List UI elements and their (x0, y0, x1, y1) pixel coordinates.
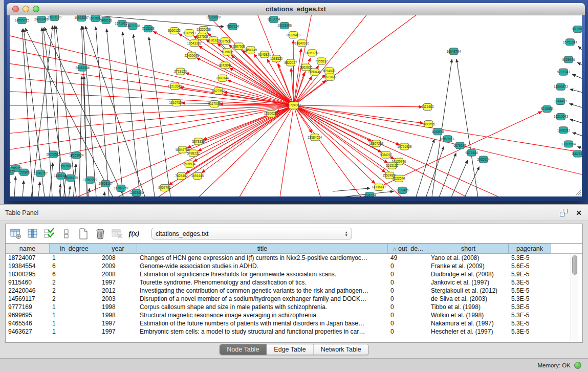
graph-node[interactable]: 20891406 (34, 16, 49, 23)
graph-node[interactable]: 6794028 (323, 68, 336, 74)
graph-node[interactable]: 9699695 (422, 121, 435, 127)
graph-node[interactable]: 2803144 (216, 75, 229, 81)
graph-node[interactable]: 2935114 (477, 156, 490, 163)
close-window-button[interactable] (12, 6, 19, 12)
minimize-window-button[interactable] (23, 6, 29, 12)
graph-node[interactable]: 7515528 (142, 26, 155, 32)
network-viewport[interactable]: 1405572520891406138211701065328715276026… (10, 15, 582, 196)
graph-node[interactable]: 8990448 (309, 69, 321, 75)
table-row[interactable]: 911546021997Tourette syndrome. Phenomeno… (6, 278, 582, 287)
zoom-window-button[interactable] (33, 6, 39, 12)
float-panel-icon[interactable] (560, 209, 568, 217)
graph-node[interactable]: 8813054 (268, 16, 280, 23)
graph-node[interactable]: 8186328 (207, 37, 220, 43)
column-header-in_degree[interactable]: in_degree (50, 244, 99, 254)
graph-node[interactable]: 15584554 (308, 134, 322, 141)
graph-node[interactable]: 12923446 (129, 189, 144, 196)
table-row[interactable]: 977716911998Corpus callosum shape and si… (6, 303, 582, 311)
table-row[interactable]: 1456911722003Disruption of a novel membe… (6, 295, 582, 303)
graph-node[interactable]: 1733426 (396, 187, 409, 193)
graph-node[interactable]: 17359924 (69, 152, 84, 159)
graph-node[interactable]: 7857224 (227, 24, 239, 30)
graph-node[interactable]: 20206576 (46, 151, 61, 158)
graph-node[interactable]: 6679197 (453, 142, 466, 149)
graph-node[interactable]: 13821170 (47, 15, 61, 21)
column-header-pagerank[interactable]: pagerank (509, 244, 551, 254)
graph-node[interactable]: 18640910 (295, 40, 310, 47)
graph-node[interactable]: 7955812 (315, 58, 328, 64)
graph-node[interactable]: 16782759 (114, 185, 128, 191)
graph-node[interactable]: 17957222 (83, 177, 98, 183)
graph-node[interactable]: 8427552 (212, 87, 225, 94)
network-window-titlebar[interactable]: citations_edges.txt (7, 3, 585, 15)
graph-node[interactable]: 16648794 (447, 48, 462, 55)
graph-node[interactable]: 9457791 (158, 184, 171, 191)
graph-node[interactable]: 9242848 (219, 62, 231, 69)
graph-node[interactable]: 14136141 (372, 184, 386, 190)
graph-node[interactable]: 14055725 (15, 17, 30, 24)
graph-node[interactable]: 1640935 (431, 128, 444, 135)
graph-node[interactable]: 10958167 (98, 180, 113, 187)
graph-node[interactable]: 16210643 (554, 114, 569, 120)
tab-edge-table[interactable]: Edge Table (266, 344, 313, 355)
graph-node[interactable]: 9474444 (465, 149, 478, 156)
graph-node[interactable]: 8454749 (245, 47, 257, 53)
graph-node[interactable]: 1167533 (572, 150, 582, 157)
row-selection-icon[interactable] (44, 228, 55, 239)
graph-node[interactable]: 14671388 (125, 23, 140, 30)
graph-node[interactable]: 9327508 (219, 38, 231, 45)
graph-node[interactable]: 1588520 (270, 55, 283, 62)
tab-network-table[interactable]: Network Table (313, 344, 368, 355)
column-header-title[interactable]: title (137, 244, 388, 254)
memory-status-icon[interactable] (574, 362, 581, 369)
graph-node[interactable]: 1244419 (554, 98, 567, 104)
graph-node[interactable]: 1691445 (191, 172, 204, 179)
graph-node[interactable]: 17016504 (561, 141, 576, 147)
table-row[interactable]: 1872400712008Changes of HCN gene express… (6, 254, 582, 262)
table-select-dropdown[interactable]: citations_edges.txt (151, 228, 352, 239)
graph-node[interactable]: 19756928 (397, 143, 412, 150)
graph-node[interactable]: 8912953 (183, 30, 195, 36)
graph-node[interactable]: 8822037 (285, 59, 297, 66)
graph-node[interactable]: 1609934 (183, 161, 195, 167)
graph-node[interactable]: 9175685 (221, 49, 233, 55)
graph-node[interactable]: 20053346 (75, 64, 90, 71)
graph-node[interactable]: 12942757 (33, 170, 48, 177)
graph-node[interactable]: 2522544 (393, 175, 405, 182)
graph-node[interactable]: 2718120 (174, 68, 187, 75)
table-row[interactable]: 946554611997Estimation of the future num… (6, 319, 582, 327)
table-row[interactable]: 1830029562008Estimation of significance … (6, 270, 582, 278)
graph-node[interactable]: 19218986 (277, 23, 292, 29)
scrollbar-thumb[interactable] (572, 255, 577, 275)
resize-grip-icon[interactable] (574, 189, 581, 196)
graph-node[interactable]: 13505135 (63, 174, 78, 181)
graph-node[interactable]: 8953923 (441, 136, 454, 142)
table-mode-icon[interactable] (10, 228, 21, 239)
graph-node[interactable]: 939159 (10, 168, 15, 174)
function-builder-icon[interactable]: f(x) (128, 228, 140, 239)
graph-node[interactable]: 13226058 (197, 27, 211, 33)
graph-node[interactable]: 8215953 (541, 105, 554, 112)
graph-node[interactable]: 16961758 (305, 50, 320, 56)
graph-node[interactable]: 12093872 (554, 83, 569, 90)
graph-node[interactable]: 1621022 (324, 74, 337, 80)
graph-node[interactable]: 1156869 (18, 169, 31, 176)
table-vertical-scrollbar[interactable] (571, 254, 578, 341)
delete-trash-icon[interactable] (95, 228, 106, 239)
graph-node[interactable]: 1112506 (572, 26, 582, 33)
graph-node[interactable]: 16033809 (206, 15, 221, 21)
graph-node[interactable]: 9146821 (258, 51, 271, 58)
graph-node[interactable]: 18325419 (286, 32, 301, 38)
graph-node[interactable]: 10653287 (74, 15, 89, 21)
table-row[interactable]: 969969511998Structural magnetic resonanc… (6, 311, 582, 319)
network-canvas[interactable]: 1405572520891406138211701065328715276026… (10, 15, 582, 196)
left-panel-gutter[interactable] (0, 0, 4, 204)
graph-node[interactable]: 9115460 (421, 103, 434, 110)
tab-node-table[interactable]: Node Table (220, 344, 266, 355)
graph-node[interactable]: 15751074 (563, 39, 578, 46)
rows-icon[interactable] (61, 228, 72, 239)
graph-node[interactable]: 1615132 (386, 162, 399, 169)
graph-node[interactable]: 1989293 (557, 127, 570, 134)
column-header-year[interactable]: year (99, 244, 137, 254)
close-panel-icon[interactable] (576, 209, 582, 217)
